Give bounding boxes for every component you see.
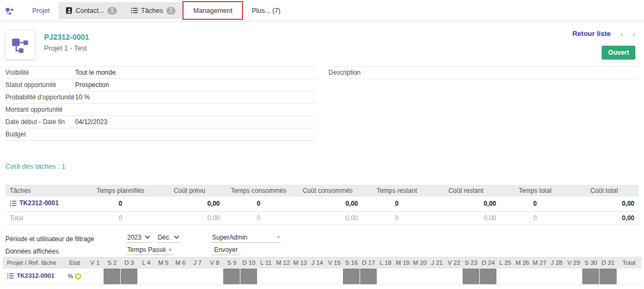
column-header-day: S 30 <box>582 257 599 269</box>
value-cell: 0 <box>362 211 431 225</box>
day-cell[interactable] <box>274 269 291 285</box>
weekend-day-cell[interactable] <box>223 269 240 285</box>
column-header-day: V 1 <box>86 257 104 269</box>
column-header-day: L 4 <box>138 257 155 269</box>
weekend-day-cell[interactable] <box>599 269 617 285</box>
column-header-day: V 29 <box>565 257 582 269</box>
column-header-day: J 28 <box>548 257 565 269</box>
column-header-day: D 3 <box>121 257 138 269</box>
detail-row: VisibilitéTout le monde <box>5 67 316 79</box>
status-ouvert-button[interactable]: Ouvert <box>602 46 635 60</box>
task-list-icon <box>10 200 17 207</box>
tab-projet[interactable]: Projet <box>24 2 58 19</box>
data-type-select[interactable]: Temps Passé ▾ <box>126 246 173 255</box>
weekend-day-cell[interactable] <box>121 269 138 285</box>
day-cell[interactable] <box>206 269 223 285</box>
day-cell[interactable] <box>258 269 275 285</box>
value-cell: 0 <box>224 197 294 211</box>
day-cell[interactable] <box>291 269 309 285</box>
task-link[interactable]: TK2312-0001 <box>10 199 58 207</box>
day-cell[interactable] <box>86 269 104 285</box>
weekend-day-cell[interactable] <box>463 269 480 285</box>
tab-contact[interactable]: Contact...1 <box>58 2 124 19</box>
year-select-value: 2023 <box>127 234 142 241</box>
detail-label: Budget <box>5 131 75 138</box>
tab-plus[interactable]: Plus... (7) <box>243 2 289 19</box>
task-cost-table: TâchesTemps plannifiésCoût prévuTemps co… <box>5 185 639 225</box>
detail-row: Budget <box>5 128 316 141</box>
detail-label: Visibilité <box>5 69 75 76</box>
project-avatar <box>5 30 35 60</box>
period-filter-label: Période et utilisateur de filtrage <box>5 235 126 243</box>
detail-label: Statut opportunité <box>5 81 75 89</box>
weekend-day-cell[interactable] <box>582 269 599 285</box>
column-header-day: L 18 <box>377 257 394 269</box>
detail-row: Statut opportunitéProspection <box>5 79 316 91</box>
tab-count-badge: 1 <box>166 7 176 15</box>
month-select[interactable]: Déc. <box>157 234 181 243</box>
value-cell: 0,00 <box>293 197 362 211</box>
weekend-day-cell[interactable] <box>343 269 360 285</box>
prev-record-icon[interactable]: ‹ <box>620 30 623 38</box>
day-cell[interactable] <box>445 269 463 285</box>
column-header-day: L 11 <box>258 257 275 269</box>
day-cell[interactable] <box>189 269 206 285</box>
weekend-day-cell[interactable] <box>104 269 121 285</box>
day-cell[interactable] <box>309 269 326 285</box>
tab-taches[interactable]: Tâches1 <box>124 2 183 19</box>
filters-panel: Période et utilisateur de filtrage 2023 … <box>5 232 639 255</box>
day-cell[interactable] <box>531 269 548 285</box>
detail-label: Date début - Date fin <box>5 118 75 126</box>
value-cell: 0 <box>501 197 570 211</box>
tab-management[interactable]: Management <box>182 1 243 20</box>
cost-table-header-row: TâchesTemps plannifiésCoût prévuTemps co… <box>5 185 639 197</box>
user-select[interactable]: SuperAdmin ▾ <box>211 234 281 243</box>
weekend-day-cell[interactable] <box>480 269 497 285</box>
day-cell[interactable] <box>428 269 445 285</box>
day-cell[interactable] <box>514 269 531 285</box>
value-cell: 0,00 <box>569 211 639 225</box>
day-cell[interactable] <box>377 269 394 285</box>
project-management-page: ProjetContact...1Tâches1ManagementPlus..… <box>0 0 644 289</box>
column-header: Temps consommés <box>224 185 294 197</box>
column-header: Coût restant <box>431 185 501 197</box>
tab-label: Management <box>193 7 232 15</box>
task-code: TK2312-0001 <box>17 272 54 279</box>
day-cell[interactable] <box>394 269 411 285</box>
day-cell[interactable] <box>497 269 514 285</box>
day-cell[interactable] <box>548 269 565 285</box>
tab-label: Plus... (7) <box>252 7 281 15</box>
value-cell: 0,00 <box>293 211 362 225</box>
day-cell[interactable] <box>565 269 582 285</box>
calendar-header-row: Projet / Ref. tâcheÉtatV 1S 2D 3L 4M 5M … <box>3 257 641 269</box>
day-cell[interactable] <box>138 269 155 285</box>
column-header-day: J 7 <box>189 257 206 269</box>
day-cell[interactable] <box>155 269 172 285</box>
task-link[interactable]: TK2312-0001 <box>7 272 54 279</box>
caret-down-icon: ▾ <box>277 235 280 240</box>
value-cell: 0,00 <box>155 211 224 225</box>
year-select[interactable]: 2023 <box>126 234 151 243</box>
weekend-day-cell[interactable] <box>360 269 377 285</box>
detail-row: Date début - Date fin04/12/2023 <box>5 116 316 128</box>
back-to-list-link[interactable]: Retour liste <box>572 30 611 38</box>
detail-value: Tout le monde <box>75 69 115 76</box>
column-header-day: D 10 <box>240 257 258 269</box>
caret-down-icon: ▾ <box>169 247 172 252</box>
task-cell: TK2312-0001 <box>5 197 86 211</box>
column-header-day: M 20 <box>411 257 428 269</box>
column-header: Temps restant <box>362 185 431 197</box>
tab-count-badge: 1 <box>107 7 117 15</box>
next-record-icon[interactable]: › <box>633 30 635 38</box>
column-header-day: M 6 <box>172 257 189 269</box>
day-cell[interactable] <box>411 269 428 285</box>
day-cell[interactable] <box>326 269 343 285</box>
column-header-day: D 17 <box>360 257 377 269</box>
envoyer-button[interactable]: Envoyer <box>211 246 241 255</box>
day-cell[interactable] <box>172 269 189 285</box>
value-cell: 0,00 <box>431 197 501 211</box>
column-header: Coût prévu <box>155 185 224 197</box>
detail-value: 10 % <box>75 93 90 101</box>
weekend-day-cell[interactable] <box>240 269 258 285</box>
column-header-total: Total <box>617 257 641 269</box>
